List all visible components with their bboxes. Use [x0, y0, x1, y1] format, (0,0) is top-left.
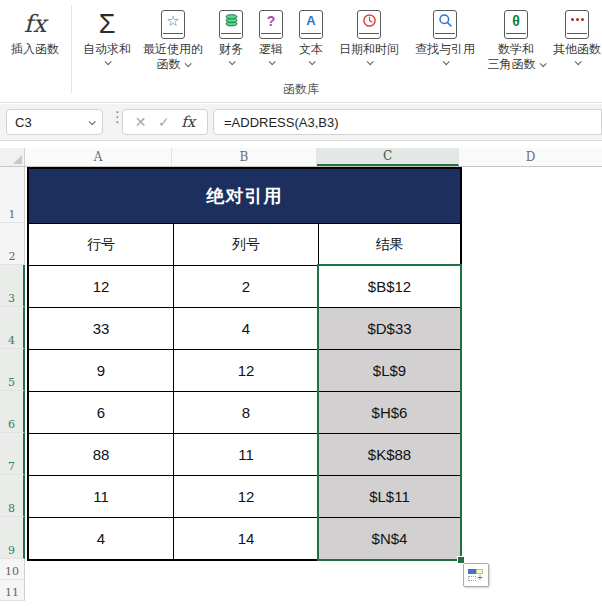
sheet-grid: A B C D 1 2 3 4 5 6 7 8 9 10 11 绝对引用 行号 …	[0, 148, 602, 609]
date-time-button[interactable]: 日期和时间	[331, 5, 407, 65]
cell-c8[interactable]: $L$11	[319, 476, 460, 517]
row-header-6[interactable]: 6	[0, 391, 25, 433]
select-all-corner[interactable]	[0, 148, 25, 166]
ribbon-buttons-row: fx 插入函数 Σ 自动求和 ☆ 最近使用的 函数	[6, 5, 602, 93]
ribbon-separator	[71, 5, 72, 93]
cell-a9[interactable]: 4	[29, 518, 173, 559]
chevron-down-icon	[104, 58, 111, 65]
data-table: 绝对引用 行号 列号 结果 12 2 $B$12 33 4 $D$33 9 12…	[27, 167, 462, 561]
cell-c3-active[interactable]: $B$12	[319, 266, 460, 307]
magnifier-book-icon	[433, 6, 457, 42]
row-header-1[interactable]: 1	[0, 167, 25, 223]
insert-function-button[interactable]: fx 插入函数	[6, 5, 64, 57]
dots-book-icon	[565, 6, 589, 42]
lookup-reference-button[interactable]: 查找与引用	[407, 5, 483, 65]
row-header-9[interactable]: 9	[0, 517, 25, 559]
star-book-icon: ☆	[161, 6, 185, 42]
formula-bar: C3 ⋮ ✕ ✓ fx =ADDRESS(A3,B3)	[0, 104, 602, 141]
more-functions-button[interactable]: 其他函数	[549, 5, 602, 65]
chevron-down-icon	[184, 60, 191, 67]
column-header-c[interactable]: C	[317, 148, 459, 166]
cell-b3[interactable]: 2	[174, 266, 318, 307]
cell-b5[interactable]: 12	[174, 350, 318, 391]
table-header-row-number[interactable]: 行号	[29, 224, 173, 265]
row-header-10[interactable]: 10	[0, 559, 25, 580]
theta-book-icon: θ	[504, 6, 528, 42]
row-header-8[interactable]: 8	[0, 475, 25, 517]
cell-c9[interactable]: $N$4	[319, 518, 460, 559]
chevron-down-icon	[574, 58, 581, 65]
cell-a3[interactable]: 12	[29, 266, 173, 307]
cell-b9[interactable]: 14	[174, 518, 318, 559]
cell-c7[interactable]: $K$88	[319, 434, 460, 475]
formula-bar-buttons: ✕ ✓ fx	[122, 109, 208, 135]
insert-function-fx-icon[interactable]: fx	[181, 113, 195, 131]
formula-input[interactable]: =ADDRESS(A3,B3)	[213, 109, 602, 135]
function-library-group-label: 函数库	[0, 81, 602, 98]
row-headers: 1 2 3 4 5 6 7 8 9 10 11	[0, 167, 25, 601]
row-header-2[interactable]: 2	[0, 223, 25, 265]
cell-a7[interactable]: 88	[29, 434, 173, 475]
cell-c6[interactable]: $H$6	[319, 392, 460, 433]
cell-a5[interactable]: 9	[29, 350, 173, 391]
chevron-down-icon	[366, 58, 373, 65]
autofill-options-icon: +	[468, 569, 484, 582]
cell-a8[interactable]: 11	[29, 476, 173, 517]
column-header-d[interactable]: D	[459, 148, 602, 166]
row-header-5[interactable]: 5	[0, 349, 25, 391]
formula-text: =ADDRESS(A3,B3)	[224, 115, 339, 130]
math-trig-button[interactable]: θ 数学和 三角函数	[483, 5, 549, 72]
chevron-down-icon	[268, 58, 275, 65]
name-box-value: C3	[15, 115, 32, 130]
cell-a4[interactable]: 33	[29, 308, 173, 349]
cell-c4[interactable]: $D$33	[319, 308, 460, 349]
chevron-down-icon	[308, 58, 315, 65]
cell-b4[interactable]: 4	[174, 308, 318, 349]
text-button[interactable]: A 文本	[291, 5, 331, 65]
ribbon-function-library: fx 插入函数 Σ 自动求和 ☆ 最近使用的 函数	[0, 0, 602, 103]
row-header-11[interactable]: 11	[0, 580, 25, 601]
insert-function-icon: fx	[24, 6, 46, 42]
cell-b7[interactable]: 11	[174, 434, 318, 475]
cancel-icon[interactable]: ✕	[135, 114, 147, 130]
clock-book-icon	[357, 6, 381, 42]
logical-button[interactable]: ? 逻辑	[251, 5, 291, 65]
letter-a-book-icon: A	[299, 6, 323, 42]
table-header-col-number[interactable]: 列号	[174, 224, 318, 265]
name-box[interactable]: C3	[6, 109, 103, 135]
column-header-a[interactable]: A	[25, 148, 172, 166]
row-header-7[interactable]: 7	[0, 433, 25, 475]
cell-b6[interactable]: 8	[174, 392, 318, 433]
enter-icon[interactable]: ✓	[158, 114, 170, 130]
row-header-3[interactable]: 3	[0, 265, 25, 307]
table-header-result[interactable]: 结果	[319, 224, 460, 265]
autosum-button[interactable]: Σ 自动求和	[79, 5, 135, 65]
column-header-b[interactable]: B	[172, 148, 317, 166]
autofill-options-button[interactable]: +	[463, 563, 489, 587]
cell-b8[interactable]: 12	[174, 476, 318, 517]
coins-book-icon	[219, 6, 243, 42]
cell-a6[interactable]: 6	[29, 392, 173, 433]
cell-c5[interactable]: $L$9	[319, 350, 460, 391]
chevron-down-icon	[228, 58, 235, 65]
row-header-4[interactable]: 4	[0, 307, 25, 349]
chevron-down-icon	[89, 118, 96, 125]
table-title[interactable]: 绝对引用	[29, 169, 460, 223]
column-headers: A B C D	[0, 148, 602, 167]
chevron-down-icon	[442, 58, 449, 65]
insert-function-label: 插入函数	[11, 42, 59, 57]
recently-used-functions-button[interactable]: ☆ 最近使用的 函数	[135, 5, 211, 72]
sigma-icon: Σ	[99, 6, 116, 42]
chevron-down-icon	[539, 60, 546, 67]
financial-button[interactable]: 财务	[211, 5, 251, 65]
question-book-icon: ?	[259, 6, 283, 42]
